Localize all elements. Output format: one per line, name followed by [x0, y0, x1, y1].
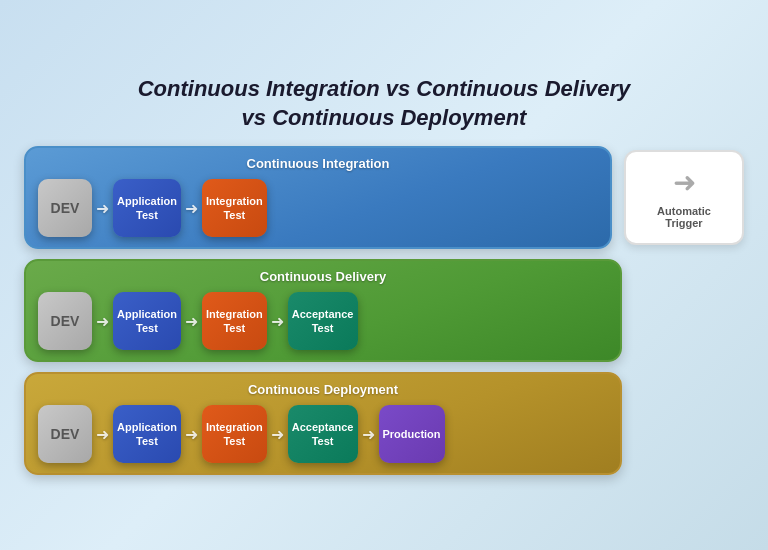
- ci-pipeline: Continuous Integration DEV ➜ Application…: [24, 146, 612, 249]
- cd-delivery-steps: DEV ➜ ApplicationTest ➜ IntegrationTest …: [38, 292, 608, 350]
- cd-delivery-dev-step: DEV: [38, 292, 92, 350]
- ci-app-test-step: ApplicationTest: [113, 179, 181, 237]
- cd-deploy-arrow-1: ➜: [96, 425, 109, 444]
- cd-deploy-arrow-3: ➜: [271, 425, 284, 444]
- cd-deploy-arrow-4: ➜: [362, 425, 375, 444]
- cd-delivery-arrow-2: ➜: [185, 312, 198, 331]
- ci-arrow-1: ➜: [96, 199, 109, 218]
- cd-deploy-app-test-step: ApplicationTest: [113, 405, 181, 463]
- cd-delivery-pipeline: Continuous Delivery DEV ➜ ApplicationTes…: [24, 259, 622, 362]
- cd-deploy-dev-step: DEV: [38, 405, 92, 463]
- cd-deploy-label: Continuous Deployment: [38, 382, 608, 397]
- cd-deploy-int-test-step: IntegrationTest: [202, 405, 267, 463]
- page-title: Continuous Integration vs Continuous Del…: [24, 75, 744, 132]
- ci-row-wrapper: Continuous Integration DEV ➜ Application…: [24, 146, 744, 249]
- cd-deploy-pipeline: Continuous Deployment DEV ➜ ApplicationT…: [24, 372, 622, 475]
- cd-delivery-arrow-1: ➜: [96, 312, 109, 331]
- auto-trigger-box: ➜ Automatic Trigger: [624, 150, 744, 245]
- ci-arrow-2: ➜: [185, 199, 198, 218]
- cd-deploy-acc-test-step: AcceptanceTest: [288, 405, 358, 463]
- cd-delivery-acc-test-step: AcceptanceTest: [288, 292, 358, 350]
- cd-delivery-app-test-step: ApplicationTest: [113, 292, 181, 350]
- cd-deploy-steps: DEV ➜ ApplicationTest ➜ IntegrationTest …: [38, 405, 608, 463]
- main-container: Continuous Integration vs Continuous Del…: [14, 65, 754, 485]
- auto-trigger-label: Automatic Trigger: [638, 205, 730, 229]
- ci-label: Continuous Integration: [38, 156, 598, 171]
- cd-delivery-label: Continuous Delivery: [38, 269, 608, 284]
- cd-delivery-row-wrapper: Continuous Delivery DEV ➜ ApplicationTes…: [24, 259, 744, 362]
- ci-steps: DEV ➜ ApplicationTest ➜ IntegrationTest: [38, 179, 598, 237]
- cd-delivery-arrow-3: ➜: [271, 312, 284, 331]
- cd-deploy-row-wrapper: Continuous Deployment DEV ➜ ApplicationT…: [24, 372, 744, 475]
- ci-dev-step: DEV: [38, 179, 92, 237]
- cd-deploy-arrow-2: ➜: [185, 425, 198, 444]
- content-area: Continuous Integration DEV ➜ Application…: [24, 146, 744, 475]
- cd-deploy-production-step: Production: [379, 405, 445, 463]
- ci-int-test-step: IntegrationTest: [202, 179, 267, 237]
- cd-delivery-int-test-step: IntegrationTest: [202, 292, 267, 350]
- auto-trigger-icon: ➜: [673, 166, 696, 199]
